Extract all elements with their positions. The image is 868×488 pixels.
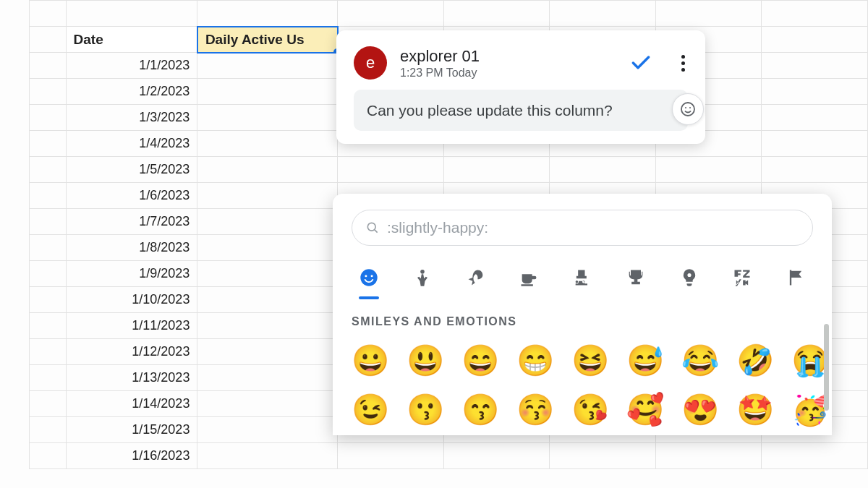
cell-date[interactable]: 1/8/2023 — [66, 235, 197, 261]
cell-date[interactable]: 1/1/2023 — [66, 53, 197, 79]
cat-nature[interactable] — [463, 265, 489, 291]
cat-flags[interactable] — [783, 265, 809, 291]
emoji-option[interactable]: 😄 — [461, 343, 499, 379]
cell-date[interactable]: 1/16/2023 — [66, 443, 197, 469]
cat-objects[interactable] — [676, 265, 702, 291]
emoji-option[interactable]: 😂 — [681, 343, 719, 379]
emoji-option[interactable]: 😘 — [571, 392, 609, 428]
emoji-categories — [352, 265, 813, 291]
table-row[interactable]: 1/5/2023 — [30, 157, 868, 183]
cat-people[interactable] — [409, 265, 435, 291]
svg-point-2 — [689, 107, 691, 108]
cell-date[interactable]: 1/9/2023 — [66, 261, 197, 287]
cell-date[interactable]: 1/2/2023 — [66, 79, 197, 105]
add-reaction-button[interactable] — [672, 93, 704, 125]
emoji-picker: SMILEYS AND EMOTIONS 😀😃😄😁😆😅😂🤣😭😉😗😙😚😘🥰😍🤩🥳 — [333, 194, 832, 435]
col-header-dau[interactable]: Daily Active Us — [197, 27, 338, 53]
svg-point-1 — [685, 107, 686, 108]
col-header-date[interactable]: Date — [66, 27, 197, 53]
cell-date[interactable]: 1/7/2023 — [66, 209, 197, 235]
cell-date[interactable]: 1/11/2023 — [66, 313, 197, 339]
table-row[interactable] — [30, 1, 868, 27]
emoji-option[interactable]: 😅 — [626, 343, 664, 379]
resolve-button[interactable] — [629, 51, 652, 74]
emoji-option[interactable]: 😗 — [407, 392, 444, 428]
svg-point-5 — [360, 269, 377, 286]
emoji-search-input[interactable] — [387, 219, 799, 236]
avatar: e — [354, 46, 387, 80]
cat-activities[interactable] — [623, 265, 649, 291]
cell-date[interactable]: 1/10/2023 — [66, 287, 197, 313]
more-options-button[interactable] — [678, 52, 688, 74]
emoji-option[interactable]: 😀 — [352, 343, 389, 379]
cat-travel[interactable] — [569, 265, 595, 291]
cell-date[interactable]: 1/4/2023 — [66, 131, 197, 157]
emoji-search[interactable] — [352, 210, 813, 246]
cat-food[interactable] — [516, 265, 542, 291]
svg-point-6 — [365, 275, 367, 277]
svg-line-4 — [375, 230, 378, 233]
emoji-option[interactable]: 😚 — [516, 392, 554, 428]
emoji-option[interactable]: 🤣 — [736, 343, 774, 379]
emoji-option[interactable]: 😃 — [407, 343, 444, 379]
cat-symbols[interactable] — [729, 265, 755, 291]
emoji-option[interactable]: 😁 — [516, 343, 554, 379]
svg-point-7 — [371, 275, 373, 277]
emoji-option[interactable]: 😙 — [461, 392, 499, 428]
cell-date[interactable]: 1/5/2023 — [66, 157, 197, 183]
emoji-section-label: SMILEYS AND EMOTIONS — [352, 315, 813, 328]
comment-card: e explorer 01 1:23 PM Today Can you plea… — [336, 30, 705, 144]
cell-date[interactable]: 1/13/2023 — [66, 365, 197, 391]
emoji-option[interactable]: 😍 — [681, 392, 719, 428]
cell-date[interactable]: 1/6/2023 — [66, 183, 197, 209]
comment-time: 1:23 PM Today — [400, 67, 616, 80]
emoji-grid: 😀😃😄😁😆😅😂🤣😭😉😗😙😚😘🥰😍🤩🥳 — [352, 343, 813, 428]
cell-date[interactable]: 1/15/2023 — [66, 417, 197, 443]
comment-text: Can you please update this column? — [354, 90, 688, 131]
svg-point-3 — [367, 223, 375, 231]
emoji-option[interactable]: 🥰 — [626, 392, 664, 428]
search-icon — [365, 221, 380, 235]
cat-smileys[interactable] — [356, 265, 382, 291]
svg-point-8 — [420, 270, 425, 274]
emoji-option[interactable]: 😆 — [571, 343, 609, 379]
emoji-option[interactable]: 😉 — [352, 392, 389, 428]
emoji-option[interactable]: 🤩 — [736, 392, 774, 428]
cell-date[interactable]: 1/12/2023 — [66, 339, 197, 365]
comment-user: explorer 01 — [400, 47, 616, 66]
svg-point-0 — [681, 103, 694, 116]
scrollbar-thumb[interactable] — [824, 324, 829, 411]
cell-date[interactable]: 1/3/2023 — [66, 105, 197, 131]
svg-point-9 — [687, 273, 691, 277]
table-row[interactable]: 1/16/2023 — [30, 443, 868, 469]
cell-date[interactable]: 1/14/2023 — [66, 391, 197, 417]
